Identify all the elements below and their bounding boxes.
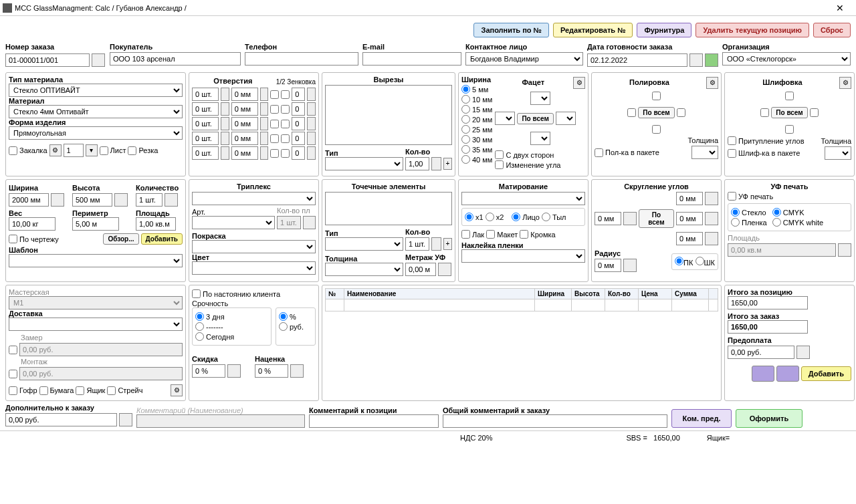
pos-comment[interactable] bbox=[309, 414, 439, 428]
polish-icon[interactable]: ⚙ bbox=[706, 77, 718, 89]
buyer-input[interactable] bbox=[110, 52, 241, 66]
table-row bbox=[326, 299, 718, 311]
order-no-btn[interactable] bbox=[92, 53, 105, 67]
shape-select[interactable]: Прямоугольная bbox=[9, 126, 183, 140]
type-select[interactable]: Стекло ОПТИВАЙТ bbox=[9, 84, 183, 97]
pack-icon[interactable]: ⚙ bbox=[171, 384, 183, 396]
order-comment[interactable] bbox=[443, 414, 667, 428]
status-indicator[interactable] bbox=[705, 53, 718, 67]
mat-label: Материал bbox=[9, 97, 45, 105]
h1-qty[interactable] bbox=[192, 88, 219, 101]
plus-icon[interactable]: + bbox=[443, 158, 452, 170]
total-order[interactable] bbox=[728, 320, 808, 334]
phone-input[interactable] bbox=[245, 52, 358, 66]
email-label: E-mail bbox=[362, 43, 461, 51]
triplex-select[interactable] bbox=[192, 192, 316, 205]
status-nds: НДС 20% bbox=[460, 434, 492, 442]
window-icon bbox=[3, 3, 12, 13]
contact-select[interactable]: Богданов Владимир bbox=[465, 52, 583, 66]
template-select[interactable] bbox=[9, 254, 183, 267]
org-select[interactable]: ООО «Стеклогорск» bbox=[722, 52, 851, 66]
cut-chk[interactable] bbox=[128, 146, 136, 155]
close-icon[interactable]: ✕ bbox=[827, 3, 853, 13]
cuts-area[interactable] bbox=[325, 85, 452, 145]
add-button[interactable]: Добавить bbox=[141, 233, 183, 245]
date-btn[interactable] bbox=[689, 53, 703, 67]
sheet-chk[interactable] bbox=[100, 146, 108, 155]
contact-label: Контактное лицо bbox=[465, 43, 583, 51]
fittings-button[interactable]: Фурнитура bbox=[637, 23, 691, 37]
action2-button[interactable] bbox=[776, 366, 799, 382]
add-total-button[interactable]: Добавить bbox=[801, 366, 851, 381]
temper-qty[interactable] bbox=[64, 144, 84, 157]
email-input[interactable] bbox=[362, 52, 461, 66]
buyer-label: Покупатель bbox=[110, 43, 241, 51]
ready-label: Дата готовности заказа bbox=[587, 43, 718, 51]
submit-button[interactable]: Оформить bbox=[736, 409, 802, 428]
order-no-label: Номер заказа bbox=[5, 43, 106, 51]
type-label: Тип материала bbox=[9, 76, 63, 84]
holes-title: Отверстия bbox=[192, 77, 274, 85]
facet-icon[interactable]: ⚙ bbox=[573, 77, 585, 89]
cuts-type[interactable] bbox=[325, 157, 403, 170]
offer-button[interactable]: Ком. пред. bbox=[671, 409, 732, 428]
order-no-input[interactable] bbox=[5, 53, 90, 67]
mat-select[interactable]: Стекло 4мм Оптивайт bbox=[9, 105, 183, 118]
phone-label: Телефон bbox=[245, 43, 358, 51]
items-table[interactable]: № Наименование Ширина Высота Кол-во Цена… bbox=[325, 288, 718, 311]
stepper-icon[interactable]: ▾ bbox=[86, 144, 98, 156]
cuts-title: Вырезы bbox=[325, 76, 452, 84]
reset-button[interactable]: Сброс bbox=[813, 23, 851, 37]
h1-mm[interactable] bbox=[231, 88, 258, 101]
edit-no-button[interactable]: Редактировать № bbox=[553, 23, 633, 37]
browse-button[interactable]: Обзор... bbox=[103, 233, 138, 245]
ready-input[interactable] bbox=[587, 53, 687, 67]
shape-label: Форма изделия bbox=[9, 118, 66, 126]
temper-chk[interactable] bbox=[9, 146, 17, 155]
grind-icon[interactable]: ⚙ bbox=[839, 77, 851, 89]
window-title: MCC GlassManagment: Calc / Губанов Алекс… bbox=[15, 4, 827, 12]
delete-position-button[interactable]: Удалить текущую позицию bbox=[696, 23, 809, 37]
total-pos[interactable] bbox=[728, 296, 808, 309]
action1-button[interactable] bbox=[752, 366, 774, 382]
fill-by-no-button[interactable]: Заполнить по № bbox=[473, 23, 548, 37]
org-label: Организация bbox=[722, 43, 851, 51]
status-box: Ящик= bbox=[707, 434, 730, 442]
calc-icon[interactable]: ⚙ bbox=[49, 144, 62, 156]
